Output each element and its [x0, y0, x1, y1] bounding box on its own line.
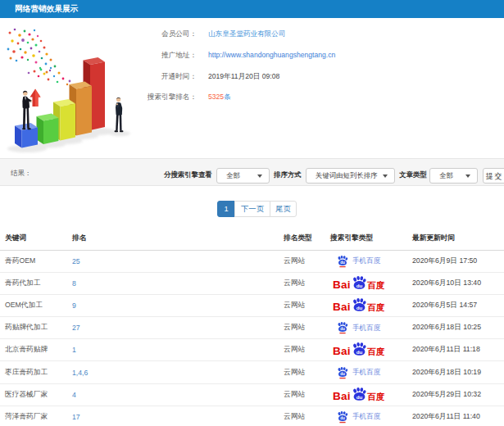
table-body: 膏药OEM 25 云网站 du 手机百度 2020年6月9日 17:50 膏药代…	[0, 251, 504, 426]
engine-type-label: 手机百度	[352, 368, 380, 378]
promo-url-label: 推广地址：	[0, 50, 197, 60]
company-label: 会员公司：	[0, 29, 197, 39]
rank-link[interactable]: 1,4,6	[72, 369, 88, 377]
baidu-latin-text: Bai	[333, 345, 351, 357]
rank-link[interactable]: 8	[72, 279, 76, 288]
filter-bar: 结果： 分搜索引擎查看 全部 排序方式 关键词由短到长排序 文章类型 全部 提交	[0, 158, 504, 186]
engine-type-cell: du 手机百度	[330, 322, 380, 334]
svg-text:du: du	[340, 416, 345, 420]
col-header-keyword: 关键词	[5, 233, 26, 243]
baidu-cn-text: 百度	[367, 279, 385, 289]
keyword-cell: 膏药OEM	[5, 256, 35, 266]
rank-type-cell: 云网站	[284, 390, 305, 400]
baidu-logo-icon: Bai du 百度	[330, 275, 387, 291]
page-1-button[interactable]: 1	[217, 201, 235, 217]
submit-button[interactable]: 提交	[483, 168, 504, 184]
next-page-button[interactable]: 下一页	[234, 201, 270, 217]
rank-type-cell: 云网站	[284, 368, 305, 378]
mobile-baidu-icon: du	[336, 255, 349, 267]
engine-type-cell: Bai du 百度	[330, 342, 387, 358]
rank-type-cell: 云网站	[284, 301, 305, 310]
sort-label: 排序方式	[274, 170, 302, 179]
engine-filter-label: 分搜索引擎查看	[164, 170, 212, 179]
pagination: 1 下一页 尾页	[217, 201, 297, 217]
updated-time-cell: 2020年6月9日 17:50	[412, 256, 477, 266]
engine-filter-value: 全部	[226, 171, 240, 179]
rank-link[interactable]: 17	[72, 413, 80, 421]
baidu-logo-icon: Bai du 百度	[330, 297, 387, 313]
titlebar: 网络营销效果展示	[0, 0, 504, 18]
rank-link[interactable]: 27	[72, 324, 80, 332]
table-row: 枣庄膏药加工 1,4,6 云网站 du 手机百度 2020年6月18日 10:1…	[0, 361, 504, 383]
mobile-baidu-icon: du	[336, 322, 349, 334]
mobile-baidu-icon: du	[336, 366, 349, 378]
updated-time-cell: 2020年6月18日 10:25	[412, 323, 481, 333]
engine-type-label: 手机百度	[352, 323, 380, 333]
engine-filter-select[interactable]: 全部	[216, 168, 270, 184]
updated-time-cell: 2020年6月11日 11:40	[412, 412, 480, 422]
chevron-down-icon	[257, 174, 262, 178]
engine-type-cell: Bai du 百度	[330, 387, 387, 402]
rank-count-number: 5325	[208, 93, 224, 101]
baidu-latin-text: Bai	[333, 389, 351, 401]
rank-type-cell: 云网站	[284, 256, 305, 266]
keyword-cell: 药贴牌代加工	[5, 323, 48, 333]
open-time-label: 开通时间：	[0, 71, 197, 81]
keyword-cell: 菏泽膏药厂家	[5, 412, 48, 422]
rank-count-value: 5325条	[208, 92, 231, 102]
rank-count-label: 搜索引擎排名：	[0, 92, 197, 102]
mobile-baidu-icon: du	[336, 410, 349, 423]
bar-blue	[15, 123, 38, 148]
open-time-value: 2019年11月20日 09:08	[208, 71, 279, 81]
updated-time-cell: 2020年6月11日 11:18	[412, 345, 480, 355]
baidu-du-text: du	[356, 305, 363, 310]
col-header-updated: 最新更新时间	[412, 233, 455, 243]
svg-text:du: du	[340, 261, 345, 265]
company-name-link[interactable]: 山东皇圣堂药业有限公司	[208, 29, 286, 39]
engine-type-label: 手机百度	[352, 256, 380, 266]
updated-time-cell: 2020年6月10日 13:40	[412, 279, 481, 288]
col-header-rank-type: 排名类型	[284, 233, 312, 243]
baidu-du-text: du	[356, 282, 363, 288]
table-row: 北京膏药贴牌 1 云网站 Bai du 百度 2020年6月11日 11:18	[0, 339, 504, 361]
keyword-cell: 枣庄膏药加工	[5, 368, 48, 378]
rank-link[interactable]: 9	[72, 301, 76, 310]
chevron-down-icon	[465, 174, 470, 178]
table-row: 膏药代加工 8 云网站 Bai du 百度 2020年6月10日 13:40	[0, 273, 504, 295]
page-title: 网络营销效果展示	[15, 4, 79, 13]
updated-time-cell: 2020年6月5日 14:57	[412, 301, 477, 310]
table-header-row: 关键词 排名 排名类型 搜索引擎类型 最新更新时间	[0, 228, 504, 251]
rank-link[interactable]: 25	[72, 257, 80, 265]
col-header-engine-type: 搜索引擎类型	[330, 233, 373, 243]
keyword-cell: 北京膏药贴牌	[5, 345, 48, 355]
svg-text:du: du	[340, 327, 345, 331]
chevron-down-icon	[383, 174, 388, 178]
sort-value: 关键词由短到长排序	[316, 171, 377, 179]
result-label: 结果：	[11, 168, 31, 178]
baidu-latin-text: Bai	[333, 278, 351, 290]
table-row: 药贴牌代加工 27 云网站 du 手机百度 2020年6月18日 10:25	[0, 317, 504, 339]
baidu-cn-text: 百度	[367, 301, 385, 311]
article-type-select[interactable]: 全部	[429, 168, 478, 184]
col-header-rank: 排名	[72, 233, 86, 243]
engine-type-cell: Bai du 百度	[330, 297, 387, 313]
rank-link[interactable]: 4	[72, 391, 76, 399]
updated-time-cell: 2020年6月18日 10:19	[412, 368, 481, 378]
promo-url-link[interactable]: http://www.shandonghuangshengtang.cn	[208, 50, 335, 60]
keyword-cell: 膏药代加工	[5, 279, 40, 288]
baidu-du-text: du	[356, 393, 363, 399]
bar-green	[37, 114, 59, 145]
baidu-cn-text: 百度	[367, 347, 385, 356]
rank-type-cell: 云网站	[284, 279, 305, 288]
sort-select[interactable]: 关键词由短到长排序	[306, 168, 395, 184]
engine-type-label: 手机百度	[352, 412, 380, 422]
article-type-value: 全部	[439, 171, 453, 179]
keyword-cell: 医疗器械厂家	[5, 390, 48, 400]
last-page-button[interactable]: 尾页	[270, 201, 297, 217]
baidu-logo-icon: Bai du 百度	[330, 342, 387, 358]
table-row: 菏泽膏药厂家 17 云网站 du 手机百度 2020年6月11日 11:40	[0, 406, 504, 426]
rank-link[interactable]: 1	[72, 346, 76, 354]
table-row: 膏药OEM 25 云网站 du 手机百度 2020年6月9日 17:50	[0, 251, 504, 273]
bar-chart-illustration	[0, 20, 156, 154]
baidu-cn-text: 百度	[367, 391, 385, 401]
